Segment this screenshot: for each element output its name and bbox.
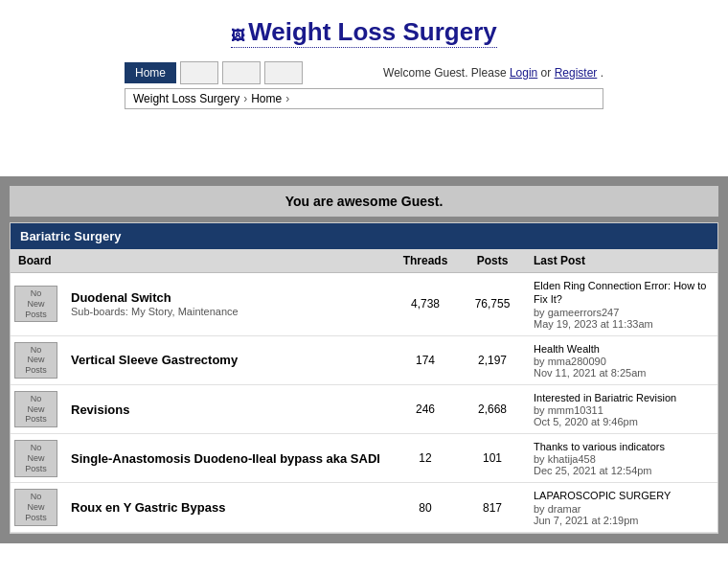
board-icon-cell: No New Posts [11, 335, 63, 384]
table-row: No New PostsSingle-Anastomosis Duodeno-I… [11, 434, 717, 483]
table-row: No New PostsRoux en Y Gastric Bypass8081… [11, 483, 717, 532]
table-row: No New PostsRevisions2462,668Interested … [11, 384, 717, 433]
nav-right: Welcome Guest. Please Login or Register … [383, 66, 603, 80]
last-post-title: Interested in Bariatric Revision [534, 391, 710, 404]
last-post-title: LAPAROSCOPIC SURGERY [534, 489, 710, 502]
last-post-date: May 19, 2023 at 11:33am [534, 318, 710, 330]
board-threads: 4,738 [392, 273, 459, 336]
last-post-date: Nov 11, 2021 at 8:25am [534, 367, 710, 379]
board-icon-cell: No New Posts [11, 483, 63, 532]
board-threads: 12 [392, 434, 459, 483]
welcome-text: Welcome Guest. Please [383, 66, 510, 80]
board-name-cell: Roux en Y Gastric Bypass [63, 483, 392, 532]
board-last-post: LAPAROSCOPIC SURGERYby dramarJun 7, 2021… [526, 483, 717, 532]
th-last-post: Last Post [526, 249, 717, 273]
no-new-posts-icon: No New Posts [14, 342, 57, 379]
nav-btn-4[interactable] [264, 61, 303, 84]
last-post-title: Health Wealth [534, 342, 710, 356]
last-post-title: Thanks to various indicators [534, 440, 710, 453]
no-new-posts-icon: No New Posts [14, 391, 57, 427]
no-new-posts-icon: No New Posts [14, 489, 57, 525]
site-header: Weight Loss Surgery [0, 0, 728, 58]
nav-btn-3[interactable] [222, 61, 261, 84]
board-name-cell: Duodenal SwitchSub-boards: My Story, Mai… [63, 273, 392, 336]
last-post-by: by khatija458 [534, 453, 710, 465]
th-threads: Threads [392, 249, 459, 273]
or-text: or [541, 66, 555, 80]
last-post-by: by gameerrors247 [534, 307, 710, 318]
forum-section-header: Bariatric Surgery [11, 223, 717, 249]
board-name-cell: Revisions [63, 384, 392, 433]
nav-bar: Home Welcome Guest. Please Login or Regi… [0, 58, 728, 88]
breadcrumb-sep-1: › [243, 92, 247, 105]
breadcrumb: Weight Loss Surgery › Home › [125, 88, 603, 109]
board-threads: 80 [392, 483, 459, 532]
register-link[interactable]: Register [555, 66, 598, 80]
last-post-date: Oct 5, 2020 at 9:46pm [534, 416, 710, 427]
breadcrumb-sep-2: › [285, 92, 289, 105]
breadcrumb-home[interactable]: Weight Loss Surgery [133, 92, 239, 105]
banner-area [0, 109, 728, 176]
board-posts: 76,755 [459, 273, 526, 336]
board-name-link[interactable]: Roux en Y Gastric Bypass [71, 500, 225, 515]
board-threads: 246 [392, 384, 459, 433]
board-last-post: Elden Ring Connection Error: How to Fix … [526, 273, 717, 336]
board-name-cell: Single-Anastomosis Duodeno-Ileal bypass … [63, 434, 392, 483]
board-sub-boards: Sub-boards: My Story, Maintenance [71, 306, 384, 317]
board-icon-cell: No New Posts [11, 273, 63, 336]
guest-message: You are awesome Guest. [10, 186, 718, 217]
login-link[interactable]: Login [510, 66, 537, 80]
board-posts: 101 [459, 434, 526, 483]
main-content: You are awesome Guest. Bariatric Surgery… [0, 176, 728, 543]
period: . [601, 66, 603, 80]
table-row: No New PostsDuodenal SwitchSub-boards: M… [11, 273, 717, 336]
home-nav-button[interactable]: Home [125, 62, 176, 83]
forum-table: Board Threads Posts Last Post No New Pos… [11, 249, 717, 533]
breadcrumb-current[interactable]: Home [251, 92, 282, 105]
site-title-link[interactable]: Weight Loss Surgery [231, 17, 496, 48]
last-post-date: Dec 25, 2021 at 12:54pm [534, 465, 710, 476]
last-post-by: by dramar [534, 503, 710, 515]
no-new-posts-icon: No New Posts [14, 440, 57, 476]
last-post-by: by mmm10311 [534, 404, 710, 416]
th-posts: Posts [459, 249, 526, 273]
board-name-cell: Vertical Sleeve Gastrectomy [63, 335, 392, 384]
table-header-row: Board Threads Posts Last Post [11, 249, 717, 273]
board-name-link[interactable]: Revisions [71, 402, 129, 417]
last-post-by: by mma280090 [534, 356, 710, 367]
board-icon-cell: No New Posts [11, 384, 63, 433]
board-icon-cell: No New Posts [11, 434, 63, 483]
board-name-link[interactable]: Vertical Sleeve Gastrectomy [71, 353, 238, 367]
board-last-post: Health Wealthby mma280090Nov 11, 2021 at… [526, 335, 717, 384]
board-posts: 2,668 [459, 384, 526, 433]
last-post-date: Jun 7, 2021 at 2:19pm [534, 515, 710, 526]
nav-left: Home [125, 61, 303, 84]
forum-section: Bariatric Surgery Board Threads Posts La… [10, 222, 718, 534]
board-last-post: Interested in Bariatric Revisionby mmm10… [526, 384, 717, 433]
board-posts: 2,197 [459, 335, 526, 384]
th-board: Board [11, 249, 392, 273]
board-posts: 817 [459, 483, 526, 532]
nav-btn-2[interactable] [180, 61, 218, 84]
board-last-post: Thanks to various indicatorsby khatija45… [526, 434, 717, 483]
board-threads: 174 [392, 335, 459, 384]
no-new-posts-icon: No New Posts [14, 286, 57, 322]
last-post-title: Elden Ring Connection Error: How to Fix … [534, 279, 710, 307]
board-name-link[interactable]: Duodenal Switch [71, 290, 171, 305]
board-name-link[interactable]: Single-Anastomosis Duodeno-Ileal bypass … [71, 451, 380, 466]
table-row: No New PostsVertical Sleeve Gastrectomy1… [11, 335, 717, 384]
